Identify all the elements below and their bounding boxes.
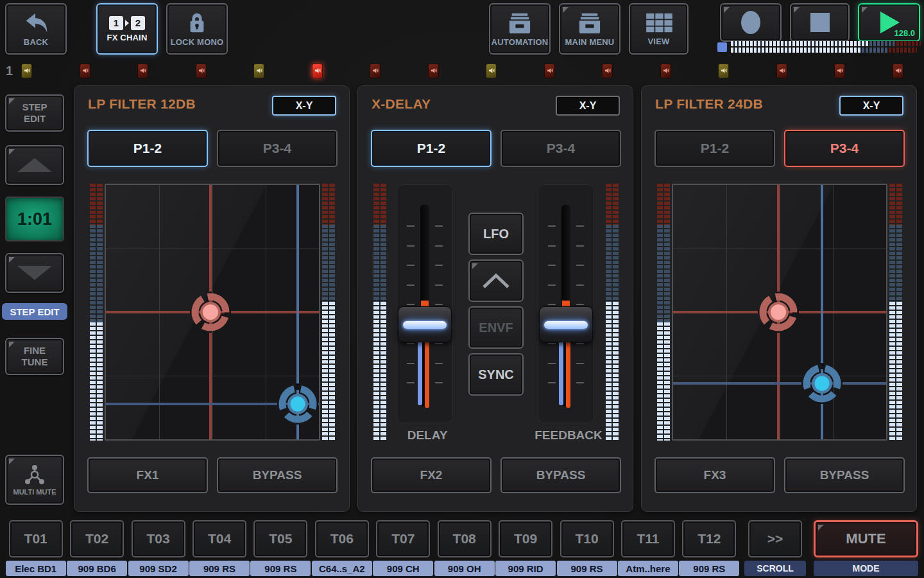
step-mute-led-red[interactable] — [370, 64, 381, 78]
track-button-t08[interactable]: T08 — [438, 520, 492, 557]
step-mute-led-red[interactable] — [428, 64, 439, 78]
step-mute-led-active[interactable] — [312, 64, 323, 78]
panel1-xy-pad[interactable] — [105, 184, 320, 441]
track-sample-chip: Atm..here — [618, 561, 678, 576]
step-led-row — [21, 64, 903, 79]
track-cell: T08909 OH — [434, 520, 495, 576]
panel3-fx-select-button[interactable]: FX3 — [654, 457, 775, 493]
record-button[interactable] — [720, 3, 782, 42]
blue-xy-puck[interactable] — [801, 363, 843, 404]
lock-mono-label: LOCK MONO — [171, 37, 224, 47]
panel1-xy-button[interactable]: X-Y — [272, 96, 336, 116]
panel3-bypass-button[interactable]: BYPASS — [784, 457, 905, 493]
step-edit-top-button[interactable]: STEP EDIT — [5, 94, 64, 132]
fine-tune-button[interactable]: FINE TUNE — [5, 338, 64, 375]
automation-icon — [506, 12, 534, 35]
mute-button[interactable]: MUTE — [814, 520, 918, 557]
track-sample-chip: 909 RS — [189, 561, 250, 576]
panel3-page2-button[interactable]: P3-4 — [784, 130, 905, 167]
track-button-t11[interactable]: T11 — [621, 520, 675, 557]
panel1-fx-select-button[interactable]: FX1 — [87, 457, 208, 493]
feedback-slider[interactable] — [538, 184, 594, 423]
red-xy-puck[interactable] — [758, 292, 799, 333]
lock-mono-button[interactable]: LOCK MONO — [166, 3, 228, 55]
step-mute-led-yellow[interactable] — [718, 64, 729, 78]
track-cell: T12909 RS — [679, 520, 740, 576]
envf-button[interactable]: ENVF — [468, 306, 524, 349]
step-mute-led-red[interactable] — [660, 64, 671, 78]
panel3-page1-button[interactable]: P1-2 — [654, 130, 775, 167]
lfo-shape-button[interactable] — [468, 259, 524, 302]
step-mute-led-red[interactable] — [776, 64, 787, 78]
step-mute-led-red[interactable] — [137, 64, 148, 78]
panel3-xy-button[interactable]: X-Y — [839, 96, 903, 116]
track-button-t10[interactable]: T10 — [560, 520, 614, 557]
play-button[interactable]: 128.0 — [858, 3, 920, 42]
track-button-t02[interactable]: T02 — [70, 520, 124, 557]
track-button-t01[interactable]: T01 — [9, 520, 63, 557]
down-arrow-icon — [17, 266, 52, 280]
track-button-t07[interactable]: T07 — [376, 520, 430, 557]
fx-chain-icon: 1 2 — [109, 16, 145, 30]
main-menu-button[interactable]: MAIN MENU — [559, 3, 620, 55]
step-mute-led-red[interactable] — [80, 64, 90, 78]
panel1-page1-button[interactable]: P1-2 — [87, 130, 208, 167]
track-cell: T01Elec BD1 — [5, 520, 66, 576]
level-meter — [889, 184, 902, 441]
panel3-xy-pad[interactable] — [672, 184, 887, 441]
track-button-t12[interactable]: T12 — [682, 520, 736, 557]
track-sample-chip: 909 RS — [679, 561, 739, 576]
panel1-page2-button[interactable]: P3-4 — [217, 130, 338, 167]
slider-glow-bar — [403, 321, 447, 329]
slider-tick — [548, 265, 584, 266]
sync-button[interactable]: SYNC — [468, 353, 524, 396]
delay-slider[interactable] — [397, 184, 453, 423]
track-button-t06[interactable]: T06 — [315, 520, 369, 557]
slider-tick — [548, 225, 584, 227]
step-mute-led-yellow[interactable] — [486, 64, 497, 78]
step-mute-led-red[interactable] — [544, 64, 555, 78]
track-button-t09[interactable]: T09 — [499, 520, 552, 557]
track-button-t04[interactable]: T04 — [193, 520, 246, 557]
panel2-bypass-button[interactable]: BYPASS — [501, 457, 621, 493]
track-sample-chip: 909 RS — [557, 561, 617, 576]
step-mute-led-red[interactable] — [834, 64, 845, 78]
delay-slider-handle[interactable] — [398, 306, 452, 342]
panel2-fx-select-button[interactable]: FX2 — [371, 457, 492, 493]
view-button[interactable]: VIEW — [629, 3, 689, 55]
track-buttons: T01Elec BD1T02909 BD6T03909 SD2T04909 RS… — [5, 520, 740, 576]
position-up-button[interactable] — [5, 145, 64, 185]
mode-chip: MODE — [814, 561, 918, 576]
panel2-page1-button[interactable]: P1-2 — [371, 130, 492, 167]
fx-chain-button[interactable]: 1 2 FX CHAIN — [96, 3, 158, 55]
level-meter — [657, 184, 670, 441]
back-button[interactable]: BACK — [5, 3, 67, 55]
multi-mute-icon — [23, 464, 46, 485]
track-button-t03[interactable]: T03 — [132, 520, 185, 557]
feedback-slider-handle[interactable] — [539, 306, 593, 342]
track-button-t05[interactable]: T05 — [253, 520, 307, 557]
panel2-xy-button[interactable]: X-Y — [556, 96, 620, 116]
track-scroll-button[interactable]: >> — [748, 520, 802, 557]
step-mute-led-yellow[interactable] — [253, 64, 264, 78]
main-menu-icon — [576, 12, 604, 35]
blue-xy-puck[interactable] — [277, 383, 318, 425]
step-mute-led-red[interactable] — [196, 64, 207, 78]
step-mute-led-yellow[interactable] — [21, 64, 32, 78]
stop-button[interactable] — [790, 3, 850, 42]
slider-tick — [407, 225, 443, 227]
grid-line — [106, 249, 319, 249]
step-edit-mode-badge: STEP EDIT — [2, 303, 67, 320]
playback-progress-meter — [717, 41, 923, 55]
multi-mute-button[interactable]: MULTI MUTE — [5, 455, 64, 505]
position-down-button[interactable] — [5, 253, 64, 293]
panel2-page2-button[interactable]: P3-4 — [501, 130, 621, 167]
fx-panel-2: X-DELAY X-Y P1-2 P3-4 LFO ENVF SYNC DELA… — [357, 85, 633, 512]
step-mute-led-red[interactable] — [893, 64, 903, 78]
red-xy-puck[interactable] — [190, 292, 231, 333]
automation-button[interactable]: AUTOMATION — [489, 3, 551, 55]
step-mute-led-red[interactable] — [602, 64, 613, 78]
panel3-title: LP FILTER 24DB — [655, 96, 763, 112]
lfo-button[interactable]: LFO — [468, 213, 524, 255]
panel1-bypass-button[interactable]: BYPASS — [217, 457, 338, 493]
